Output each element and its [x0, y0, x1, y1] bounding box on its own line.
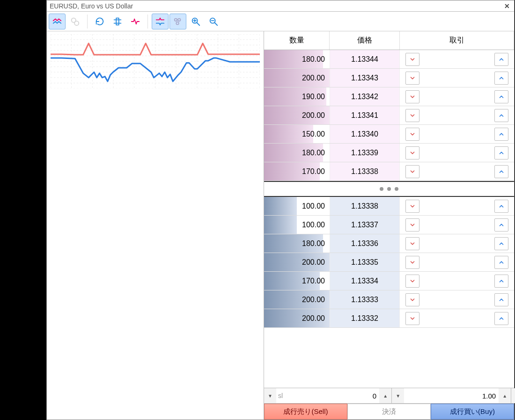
qty-cell: 180.00 [264, 234, 330, 253]
qty-value: 170.00 [302, 277, 325, 285]
dom-row-bid: 200.00 1.13335 [264, 253, 514, 272]
buy-at-price-button[interactable] [494, 275, 508, 288]
buy-at-price-button[interactable] [494, 53, 508, 66]
svg-line-13 [215, 22, 218, 25]
qty-value: 180.00 [302, 149, 325, 157]
dom-window: EURUSD, Euro vs US Dollar ✕ 数量 価格 取引 180… [46, 0, 515, 420]
sell-at-price-button[interactable] [405, 72, 419, 85]
spread-separator[interactable] [264, 181, 514, 197]
chart-toggle-icon[interactable] [49, 14, 66, 29]
sell-at-price-button[interactable] [405, 293, 419, 306]
tick-chart [47, 31, 264, 420]
qty-value: 200.00 [302, 258, 325, 267]
toolbar-separator [87, 14, 88, 29]
qty-cell: 190.00 [264, 87, 330, 106]
dom-row-ask: 180.00 1.13339 [264, 144, 514, 162]
dom-header: 数量 価格 取引 [264, 31, 514, 50]
dom-row-ask: 180.00 1.13344 [264, 50, 514, 69]
dom-spacer [264, 328, 514, 388]
buy-at-price-button[interactable] [494, 200, 508, 213]
zoom-in-icon[interactable] [187, 14, 204, 29]
price-cell: 1.13343 [330, 69, 400, 87]
sell-at-price-button[interactable] [405, 109, 419, 122]
sell-at-price-button[interactable] [405, 165, 419, 178]
tp-decrease-button[interactable]: ▼ [511, 388, 515, 403]
ask-rows: 180.00 1.13344 200.00 1.13343 190.00 1.1… [264, 50, 514, 181]
refresh-icon[interactable] [91, 14, 108, 29]
sell-at-price-button[interactable] [405, 237, 419, 250]
buy-at-price-button[interactable] [494, 312, 508, 325]
dot-icon [387, 187, 391, 191]
buy-at-price-button[interactable] [494, 72, 508, 85]
buy-at-price-button[interactable] [494, 237, 508, 250]
price-cell: 1.13336 [330, 234, 400, 253]
buy-button[interactable]: 成行買い(Buy) [431, 404, 514, 420]
buy-at-price-button[interactable] [494, 218, 508, 232]
titlebar: EURUSD, Euro vs US Dollar ✕ [47, 0, 514, 12]
sl-input[interactable] [285, 388, 379, 403]
price-cell: 1.13337 [330, 216, 400, 234]
qty-cell: 100.00 [264, 197, 330, 215]
toolbar-separator [147, 14, 148, 29]
pulse-icon[interactable] [127, 14, 144, 29]
trade-cell [400, 109, 514, 122]
grid-icon[interactable] [109, 14, 126, 29]
sell-at-price-button[interactable] [405, 312, 419, 325]
sell-at-price-button[interactable] [405, 200, 419, 213]
sl-spinner: ▼ sl ▲ [264, 388, 392, 403]
svg-line-9 [197, 22, 200, 25]
sell-at-price-button[interactable] [405, 218, 419, 232]
sell-button[interactable]: 成行売り(Sell) [264, 404, 347, 420]
trade-cell [400, 275, 514, 288]
buy-at-price-button[interactable] [494, 109, 508, 122]
sell-at-price-button[interactable] [405, 256, 419, 269]
volume-decrease-button[interactable]: ▼ [392, 388, 404, 403]
sell-at-price-button[interactable] [405, 146, 419, 159]
qty-value: 180.00 [302, 55, 325, 64]
qty-cell: 170.00 [264, 162, 330, 181]
buy-at-price-button[interactable] [494, 165, 508, 178]
zoom-out-icon[interactable] [205, 14, 222, 29]
close-position-button[interactable]: 決済 [347, 404, 431, 420]
depth-dots-icon[interactable] [169, 14, 186, 29]
trade-cell [400, 128, 514, 141]
sl-decrease-button[interactable]: ▼ [264, 388, 276, 403]
close-icon[interactable]: ✕ [503, 2, 511, 10]
dom-row-bid: 180.00 1.13336 [264, 234, 514, 253]
toolbar [47, 12, 514, 31]
volume-input[interactable] [404, 388, 499, 403]
trade-cell [400, 312, 514, 325]
qty-value: 200.00 [302, 296, 325, 304]
depth-of-market: 数量 価格 取引 180.00 1.13344 200.00 1.13343 1… [264, 31, 514, 420]
sell-at-price-button[interactable] [405, 53, 419, 66]
dom-row-ask: 170.00 1.13338 [264, 162, 514, 181]
spinner-row: ▼ sl ▲ ▼ ▲ ▼ tp ▲ [264, 388, 514, 404]
price-cell: 1.13332 [330, 309, 400, 327]
svg-point-5 [175, 18, 177, 21]
bid-rows: 100.00 1.13338 100.00 1.13337 180.00 1.1… [264, 197, 514, 328]
sell-at-price-button[interactable] [405, 90, 419, 103]
sell-at-price-button[interactable] [405, 128, 419, 141]
tp-spinner: ▼ tp ▲ [511, 388, 515, 403]
buy-at-price-button[interactable] [494, 128, 508, 141]
price-cell: 1.13342 [330, 87, 400, 106]
dom-row-bid: 170.00 1.13334 [264, 272, 514, 290]
buy-at-price-button[interactable] [494, 146, 508, 159]
dot-icon [395, 187, 398, 191]
dom-row-ask: 200.00 1.13343 [264, 69, 514, 87]
trade-cell [400, 72, 514, 85]
qty-cell: 180.00 [264, 144, 330, 162]
dom-row-bid: 200.00 1.13333 [264, 290, 514, 309]
spread-icon[interactable] [152, 14, 169, 29]
buy-at-price-button[interactable] [494, 293, 508, 306]
buy-at-price-button[interactable] [494, 90, 508, 103]
trade-cell [400, 293, 514, 306]
qty-cell: 170.00 [264, 272, 330, 290]
sell-at-price-button[interactable] [405, 275, 419, 288]
svg-point-6 [178, 18, 181, 21]
qty-value: 100.00 [302, 221, 325, 229]
buy-at-price-button[interactable] [494, 256, 508, 269]
sl-increase-button[interactable]: ▲ [379, 388, 391, 403]
price-cell: 1.13338 [330, 197, 400, 215]
volume-increase-button[interactable]: ▲ [499, 388, 511, 403]
